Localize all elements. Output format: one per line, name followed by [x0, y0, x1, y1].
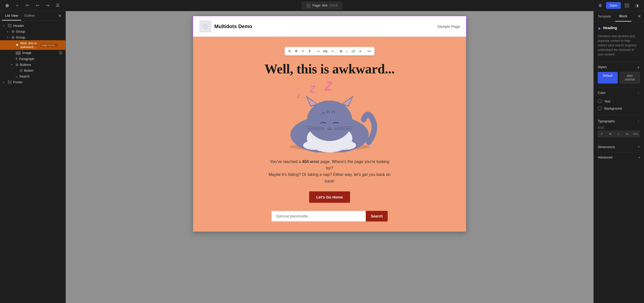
- right-panel-close-button[interactable]: ✕: [635, 12, 644, 21]
- sidebar-item-header[interactable]: ▾ ⬛ Header: [0, 23, 65, 29]
- page-canvas: ▢ Multidots Demo Sample Page ⧉ ⚑ ⠿ ⬆ ━ H…: [193, 16, 466, 232]
- page-header: ▢ Multidots Demo Sample Page: [193, 16, 466, 37]
- toolbar-separator2: [337, 49, 337, 54]
- align-center-button[interactable]: ≡: [330, 48, 335, 54]
- main-layout: List View Outline ✕ ▾ ⬛ Header ▸ ⊞ Group…: [0, 11, 644, 303]
- chevron-icon: ▾: [7, 36, 10, 39]
- typography-section: Typography ⋮ SIZE S M L XL XXL: [598, 119, 640, 137]
- sidebar-item-search[interactable]: ⌕ Search: [0, 73, 65, 79]
- styles-section-header: Styles ▲: [598, 65, 640, 69]
- sidebar-item-button[interactable]: ⊟ Button: [0, 68, 65, 73]
- page-indicator[interactable]: ⬛ Page: 404 Ctrl+K: [302, 2, 342, 9]
- typography-options-icon[interactable]: ⋮: [637, 119, 640, 123]
- size-label: SIZE: [598, 126, 640, 129]
- dimensions-expand-icon[interactable]: +: [638, 145, 640, 149]
- search-button[interactable]: Search: [366, 211, 388, 221]
- advanced-chevron[interactable]: ▾: [638, 156, 640, 159]
- desktop-view-button[interactable]: 🖥: [596, 2, 604, 10]
- footer-label: Footer: [13, 80, 62, 84]
- buttons-label: Buttons: [20, 63, 62, 67]
- copy-block-button[interactable]: ⧉: [287, 48, 292, 54]
- svg-point-16: [333, 141, 356, 150]
- italic-button[interactable]: I: [345, 48, 349, 54]
- more-options-button[interactable]: •••: [366, 48, 373, 54]
- save-button[interactable]: Save: [606, 2, 621, 9]
- h1-button[interactable]: H1: [322, 48, 329, 54]
- heading-section-title: Heading: [603, 26, 617, 30]
- size-l-button[interactable]: L: [615, 131, 623, 137]
- panel-divider2: [598, 88, 640, 88]
- sidebar-close-button[interactable]: ✕: [56, 11, 63, 21]
- heading-404[interactable]: Well, this is awkward...: [264, 62, 395, 76]
- tab-listview[interactable]: List View: [2, 11, 21, 21]
- settings-button[interactable]: ⬛: [623, 2, 631, 10]
- paragraph-icon: ¶: [16, 57, 17, 61]
- toolbar-right: 🖥 Save ⬛ ◑: [596, 2, 641, 10]
- color-text-label: Text: [604, 99, 610, 103]
- left-sidebar: List View Outline ✕ ▾ ⬛ Header ▸ ⊞ Group…: [0, 11, 66, 303]
- styles-label: Styles: [598, 65, 607, 69]
- go-home-button[interactable]: Let's Go Home: [309, 191, 350, 203]
- toolbar-separator3: [364, 49, 364, 54]
- sidebar-item-footer[interactable]: ▸ ⬛ Footer: [0, 79, 65, 85]
- tab-block[interactable]: Block: [615, 11, 631, 22]
- size-s-button[interactable]: S: [598, 131, 606, 137]
- page-404-section: ⧉ ⚑ ⠿ ⬆ ━ H1 ≡ B I 🔗 ▾ ••• We: [193, 37, 466, 232]
- search-input[interactable]: [271, 211, 366, 221]
- move-up-button[interactable]: ⬆: [307, 48, 313, 54]
- panel-divider3: [598, 115, 640, 115]
- page-icon: ⬛: [306, 4, 310, 8]
- style-asterisk-button[interactable]: With asterisk: [620, 72, 640, 84]
- bookmark-button[interactable]: ⚑: [293, 48, 299, 54]
- tab-outline[interactable]: Outline: [21, 11, 38, 21]
- group-icon: ⊞: [12, 30, 14, 33]
- size-xxl-button[interactable]: XXL: [632, 131, 640, 137]
- sidebar-item-paragraph[interactable]: ¶ Paragraph: [0, 56, 65, 62]
- wp-logo[interactable]: ⊛: [3, 2, 11, 10]
- size-xl-button[interactable]: XL: [623, 131, 631, 137]
- site-title: Multidots Demo: [214, 24, 252, 29]
- styles-chevron[interactable]: ▲: [637, 65, 640, 69]
- link-button[interactable]: 🔗: [350, 48, 357, 54]
- tab-template[interactable]: Template: [594, 11, 615, 21]
- search-label: Search: [19, 74, 62, 78]
- heading-extra: ⋮: [59, 43, 62, 47]
- page-shortcut: Ctrl+K: [329, 4, 338, 7]
- button-icon: ⊟: [20, 69, 22, 72]
- sidebar-item-buttons[interactable]: ▾ ⊞ Buttons: [0, 62, 65, 68]
- color-radio-text[interactable]: [598, 99, 602, 103]
- tools-button[interactable]: ✏: [23, 2, 31, 10]
- color-options-icon[interactable]: ⋮: [637, 91, 640, 95]
- list-view-button[interactable]: ☰: [54, 2, 62, 10]
- color-option-background[interactable]: Background: [598, 105, 640, 112]
- drag-handle-button[interactable]: ⠿: [300, 48, 306, 54]
- redo-button[interactable]: ↪: [43, 2, 52, 10]
- dimensions-section[interactable]: Dimensions +: [598, 145, 640, 149]
- svg-point-3: [307, 100, 352, 141]
- heading-block-icon: ⚑: [598, 27, 601, 31]
- color-radio-background[interactable]: [598, 106, 602, 110]
- header-logo-placeholder: ▢: [199, 20, 211, 32]
- paragraph-bold: 404 error: [302, 159, 319, 164]
- new-item-button[interactable]: ＋: [13, 2, 21, 10]
- right-panel: ⚑ Heading Introduce new sections and org…: [594, 22, 644, 303]
- panel-divider1: [598, 62, 640, 62]
- advanced-section[interactable]: Advanced ▾: [598, 155, 640, 159]
- typography-label: Typography: [598, 119, 615, 123]
- undo-button[interactable]: ↩: [33, 2, 41, 10]
- paragraph-label: Paragraph: [19, 57, 62, 61]
- sidebar-item-group2[interactable]: ▾ ⊞ Group: [0, 34, 65, 40]
- bold-button[interactable]: B: [338, 48, 344, 54]
- size-m-button[interactable]: M: [606, 131, 614, 137]
- sidebar-item-group1[interactable]: ▸ ⊞ Group: [0, 29, 65, 34]
- more-rich-text-button[interactable]: ▾: [358, 48, 363, 54]
- heading-icon: ⚑: [16, 43, 19, 47]
- theme-toggle-button[interactable]: ◑: [633, 2, 641, 10]
- paragraph-text1: You've reached a: [270, 159, 302, 164]
- sidebar-item-heading[interactable]: ⚑ Well, this is awkward... page-not-fo..…: [0, 40, 65, 50]
- style-default-button[interactable]: Default: [598, 72, 618, 84]
- sidebar-item-image[interactable]: Image ⬛: [0, 50, 65, 56]
- color-option-text[interactable]: Text: [598, 98, 640, 105]
- align-left-button[interactable]: ━: [316, 48, 321, 54]
- buttons-icon: ⊞: [16, 63, 18, 67]
